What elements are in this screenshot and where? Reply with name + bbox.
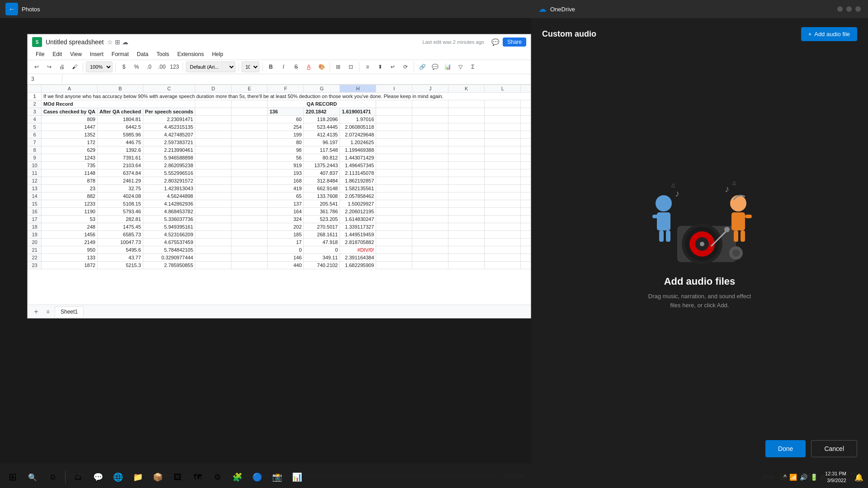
taskbar-settings[interactable]: ⚙ xyxy=(208,468,226,486)
share-icon[interactable]: Share xyxy=(503,38,526,47)
col-mod-per[interactable]: Per speech seconds xyxy=(143,108,195,116)
taskbar-app9[interactable]: 🗺 xyxy=(189,468,207,486)
taskbar-dropbox[interactable]: 📦 xyxy=(149,468,167,486)
cell-reference[interactable]: 3 xyxy=(31,76,58,82)
col-mod-after[interactable]: After QA checked xyxy=(97,108,143,116)
col-header-e[interactable]: E xyxy=(231,85,268,93)
comment-add-button[interactable]: 💬 xyxy=(429,61,440,72)
col-header-h[interactable]: H xyxy=(340,85,376,93)
back-button[interactable]: ← xyxy=(5,3,18,15)
grid-icon[interactable]: ⊞ xyxy=(115,38,120,46)
sheet-tab-1[interactable]: Sheet1 xyxy=(55,306,84,317)
col-header-j[interactable]: J xyxy=(412,85,448,93)
font-size-select[interactable]: 10 xyxy=(241,61,259,72)
strikethrough-button[interactable]: S xyxy=(291,61,302,72)
col-header-c[interactable]: C xyxy=(143,85,195,93)
cell-qa-cases[interactable]: 60 xyxy=(268,116,304,123)
chart-button[interactable]: 📊 xyxy=(442,61,453,72)
notification-center-button[interactable]: 🔔 xyxy=(854,468,864,486)
taskbar-app11[interactable]: 🧩 xyxy=(228,468,246,486)
paint-format-button[interactable]: 🖌 xyxy=(69,61,80,72)
col-header-d[interactable]: D xyxy=(195,85,231,93)
taskbar-widgets[interactable]: 🗂 xyxy=(69,468,87,486)
col-mod-cases[interactable]: Cases checked by QA xyxy=(42,108,98,116)
fill-color-button[interactable]: 🎨 xyxy=(316,61,327,72)
cell-qa-per[interactable]: 1.97016 xyxy=(340,116,376,123)
font-family-select[interactable]: Default (Ari... xyxy=(186,61,236,72)
print-button[interactable]: 🖨 xyxy=(57,61,67,72)
comment-icon[interactable]: 💬 xyxy=(491,38,499,46)
taskbar-app14[interactable]: 📊 xyxy=(288,468,306,486)
decimal2-button[interactable]: .00 xyxy=(156,61,167,72)
col-header-l[interactable]: L xyxy=(485,85,521,93)
col-header-g[interactable]: G xyxy=(304,85,340,93)
wrap-button[interactable]: ↵ xyxy=(387,61,398,72)
align-button[interactable]: ≡ xyxy=(362,61,373,72)
menu-tools[interactable]: Tools xyxy=(153,50,173,59)
col-qa-after[interactable]: 220.1842 xyxy=(304,108,340,116)
tray-network-icon[interactable]: 📶 xyxy=(789,474,797,481)
menu-format[interactable]: Format xyxy=(108,50,132,59)
taskbar-app13[interactable]: 📸 xyxy=(268,468,286,486)
cloud-icon[interactable]: ☁ xyxy=(122,38,128,46)
italic-button[interactable]: I xyxy=(278,61,289,72)
menu-view[interactable]: View xyxy=(66,50,85,59)
menu-edit[interactable]: Edit xyxy=(49,50,66,59)
col-header-f[interactable]: F xyxy=(268,85,304,93)
link-button[interactable]: 🔗 xyxy=(417,61,428,72)
format-number-button[interactable]: 123 xyxy=(169,61,180,72)
menu-help[interactable]: Help xyxy=(208,50,227,59)
bold-button[interactable]: B xyxy=(265,61,276,72)
star-icon[interactable]: ☆ xyxy=(107,38,113,46)
add-audio-file-button[interactable]: + Add audio file xyxy=(801,27,857,41)
borders-button[interactable]: ⊞ xyxy=(333,61,344,72)
taskbar-photos-app[interactable]: 🖼 xyxy=(169,468,187,486)
zoom-select[interactable]: 100% xyxy=(86,61,113,72)
function-button[interactable]: Σ xyxy=(467,61,478,72)
audio-drop-area[interactable]: ♪ ♫ ♪ ♫ Add xyxy=(531,46,868,431)
done-button[interactable]: Done xyxy=(765,440,806,457)
col-qa-per[interactable]: 1.619001471 xyxy=(340,108,376,116)
formula-input[interactable] xyxy=(66,76,527,82)
valign-button[interactable]: ⬍ xyxy=(375,61,386,72)
add-sheet-button[interactable]: + xyxy=(31,307,41,317)
taskbar-explorer[interactable]: 📁 xyxy=(129,468,147,486)
filter-button[interactable]: ▽ xyxy=(455,61,466,72)
tray-expand-icon[interactable]: ^ xyxy=(783,474,787,481)
percent-button[interactable]: % xyxy=(131,61,142,72)
decimal-button[interactable]: .0 xyxy=(144,61,155,72)
menu-insert[interactable]: Insert xyxy=(86,50,107,59)
menu-file[interactable]: File xyxy=(32,50,48,59)
task-view-button[interactable]: ⧉ xyxy=(43,468,61,486)
taskbar-teams[interactable]: 💬 xyxy=(89,468,107,486)
font-color-button[interactable]: A xyxy=(303,61,314,72)
cell-mod-cases[interactable]: 809 xyxy=(42,116,98,123)
cell-qa-after[interactable]: 118.2096 xyxy=(304,116,340,123)
menu-extensions[interactable]: Extensions xyxy=(174,50,208,59)
cancel-button[interactable]: Cancel xyxy=(811,440,857,457)
taskbar-chrome[interactable]: 🔵 xyxy=(248,468,266,486)
cell-mod-after[interactable]: 1804.81 xyxy=(97,116,143,123)
start-button[interactable]: ⊞ xyxy=(4,468,22,486)
tray-sound-icon[interactable]: 🔊 xyxy=(800,474,807,481)
col-qa-cases[interactable]: 136 xyxy=(268,108,304,116)
sheet-list-button[interactable]: ≡ xyxy=(43,307,53,317)
col-header-k[interactable]: K xyxy=(448,85,485,93)
close-button[interactable]: ✕ xyxy=(855,6,861,12)
taskbar-clock[interactable]: 12:31 PM 3/9/2022 xyxy=(821,470,850,484)
undo-button[interactable]: ↩ xyxy=(31,61,42,72)
minimize-button[interactable]: — xyxy=(837,6,843,12)
tray-battery-icon2[interactable]: 🔋 xyxy=(810,474,818,481)
taskbar-edge[interactable]: 🌐 xyxy=(109,468,127,486)
rotate-button[interactable]: ⟳ xyxy=(400,61,411,72)
menu-data[interactable]: Data xyxy=(133,50,152,59)
qa-record-header[interactable]: QA RECORD xyxy=(268,100,376,108)
maximize-button[interactable]: □ xyxy=(846,6,852,12)
col-header-b[interactable]: B xyxy=(97,85,143,93)
cell-mod-per[interactable]: 2.23091471 xyxy=(143,116,195,123)
col-header-a[interactable]: A xyxy=(42,85,98,93)
notice-text[interactable]: If we find anyone who has accuracy below… xyxy=(42,93,531,100)
col-header-m[interactable]: M xyxy=(521,85,531,93)
redo-button[interactable]: ↪ xyxy=(44,61,55,72)
currency-button[interactable]: $ xyxy=(118,61,129,72)
